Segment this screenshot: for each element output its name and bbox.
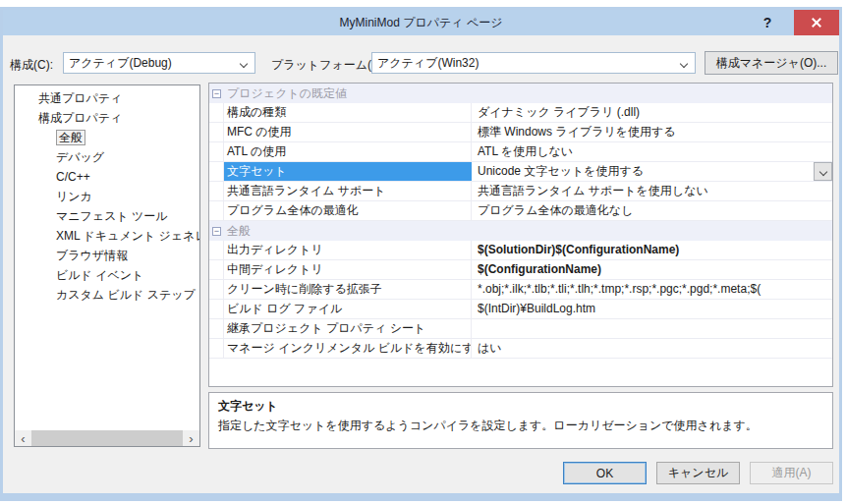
- platform-combobox[interactable]: アクティブ(Win32): [371, 52, 696, 74]
- tree-item-c-cpp[interactable]: C/C++: [15, 167, 199, 187]
- chevron-down-icon: [240, 60, 248, 68]
- configuration-combobox[interactable]: アクティブ(Debug): [63, 52, 255, 74]
- platform-label: プラットフォーム(P):: [271, 57, 386, 74]
- help-button[interactable]: ?: [753, 10, 782, 35]
- tree-item-manifest-tool[interactable]: マニフェスト ツール: [15, 206, 199, 226]
- grid-row-character-set[interactable]: 文字セット Unicode 文字セットを使用する: [209, 162, 832, 182]
- tree-item-build-events[interactable]: ビルド イベント: [15, 265, 199, 285]
- tree-item-general[interactable]: 全般: [15, 128, 199, 147]
- property-pages-dialog: MyMiniMod プロパティ ページ ? 構成(C): アクティブ(Debug…: [0, 7, 842, 501]
- grid-row-use-of-atl[interactable]: ATL の使用 ATL を使用しない: [209, 142, 832, 162]
- tree-item-browse-information[interactable]: ブラウザ情報: [15, 246, 199, 265]
- grid-section-project-defaults[interactable]: − プロジェクトの既定値: [209, 84, 832, 103]
- dialog-body: 構成(C): アクティブ(Debug) プラットフォーム(P): アクティブ(W…: [3, 35, 839, 493]
- section-title: 全般: [227, 223, 251, 240]
- grid-row-output-directory[interactable]: 出力ディレクトリ $(SolutionDir)$(ConfigurationNa…: [209, 241, 832, 260]
- tree-item-xml-doc-generator[interactable]: XML ドキュメント ジェネレータ: [15, 226, 199, 246]
- scroll-left-icon[interactable]: ‹: [15, 430, 31, 446]
- description-pane: 文字セット 指定した文字セットを使用するようコンパイラを設定します。ローカリゼー…: [208, 392, 833, 449]
- configuration-manager-button[interactable]: 構成マネージャ(O)...: [705, 51, 838, 75]
- character-set-value: Unicode 文字セットを使用する: [478, 164, 644, 178]
- grid-section-general[interactable]: − 全般: [209, 221, 832, 241]
- configuration-label: 構成(C):: [10, 57, 53, 74]
- grid-row-intermediate-directory[interactable]: 中間ディレクトリ $(ConfigurationName): [209, 260, 832, 280]
- grid-row-extensions-to-delete-on-clean[interactable]: クリーン時に削除する拡張子 *.obj;*.ilk;*.tlb;*.tli;*.…: [209, 280, 832, 300]
- grid-row-use-of-mfc[interactable]: MFC の使用 標準 Windows ライブラリを使用する: [209, 123, 832, 142]
- dialog-title: MyMiniMod プロパティ ページ: [340, 15, 503, 31]
- tree-horizontal-scrollbar[interactable]: ‹ ›: [15, 430, 199, 446]
- section-title: プロジェクトの既定値: [227, 85, 347, 102]
- property-tree: 共通プロパティ 構成プロパティ 全般 デバッグ C/C++ リンカ マニフェスト…: [14, 84, 200, 447]
- title-bar[interactable]: MyMiniMod プロパティ ページ ?: [3, 10, 839, 35]
- collapse-icon[interactable]: −: [212, 227, 221, 236]
- value-dropdown-button[interactable]: [814, 162, 832, 181]
- grid-row-clr-support[interactable]: 共通言語ランタイム サポート 共通言語ランタイム サポートを使用しない: [209, 182, 832, 201]
- apply-button[interactable]: 適用(A): [750, 462, 833, 484]
- grid-row-configuration-type[interactable]: 構成の種類 ダイナミック ライブラリ (.dll): [209, 103, 832, 123]
- configuration-combobox-value: アクティブ(Debug): [69, 55, 172, 72]
- cancel-button[interactable]: キャンセル: [656, 462, 740, 484]
- close-icon: [811, 17, 822, 28]
- tree-item-configuration-properties[interactable]: 構成プロパティ: [15, 108, 199, 128]
- grid-row-inherited-property-sheets[interactable]: 継承プロジェクト プロパティ シート: [209, 319, 832, 339]
- grid-row-build-log-file[interactable]: ビルド ログ ファイル $(IntDir)¥BuildLog.htm: [209, 300, 832, 319]
- tree-item-custom-build-step[interactable]: カスタム ビルド ステップ: [15, 285, 199, 305]
- tree-item-linker[interactable]: リンカ: [15, 187, 199, 206]
- scroll-right-icon[interactable]: ›: [183, 430, 199, 446]
- scrollbar-thumb[interactable]: [31, 430, 183, 446]
- tree-item-common-properties[interactable]: 共通プロパティ: [15, 88, 199, 108]
- chevron-down-icon: [819, 168, 827, 176]
- platform-combobox-value: アクティブ(Win32): [377, 55, 479, 72]
- tree-item-debug[interactable]: デバッグ: [15, 147, 199, 167]
- collapse-icon[interactable]: −: [212, 89, 221, 98]
- grid-row-whole-program-optimization[interactable]: プログラム全体の最適化 プログラム全体の最適化なし: [209, 201, 832, 221]
- chevron-down-icon: [680, 60, 688, 68]
- description-title: 文字セット: [218, 398, 823, 415]
- grid-row-enable-managed-incremental-build[interactable]: マネージ インクリメンタル ビルドを有効にする はい: [209, 339, 832, 359]
- property-grid: − プロジェクトの既定値 構成の種類 ダイナミック ライブラリ (.dll) M…: [208, 83, 833, 387]
- close-button[interactable]: [794, 10, 839, 35]
- description-text: 指定した文字セットを使用するようコンパイラを設定します。ローカリゼーションで使用…: [218, 418, 823, 434]
- ok-button[interactable]: OK: [563, 462, 647, 484]
